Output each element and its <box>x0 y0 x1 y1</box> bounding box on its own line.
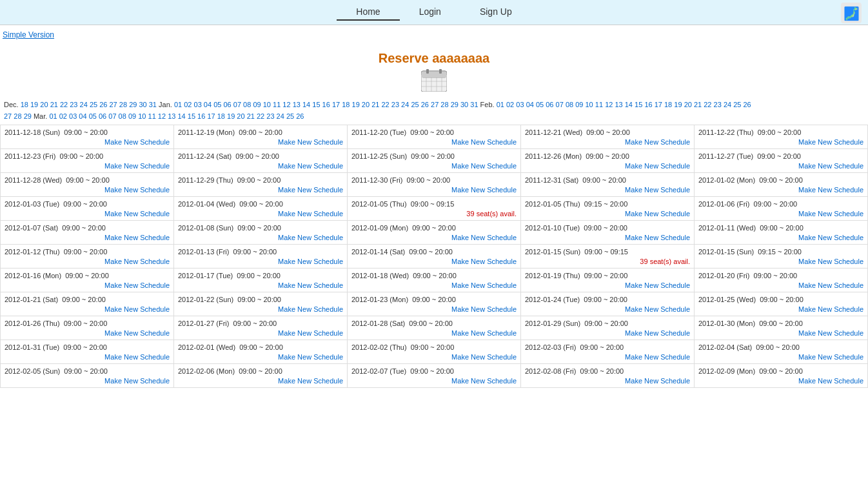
make-new-schedule-link[interactable]: Make New Schedule <box>5 353 170 361</box>
date-link[interactable]: 05 <box>89 112 97 120</box>
date-link[interactable]: 11 <box>148 112 156 120</box>
make-new-schedule-link[interactable]: Make New Schedule <box>698 210 863 218</box>
date-link[interactable]: 27 <box>431 101 439 108</box>
date-link[interactable]: 04 <box>79 112 86 120</box>
make-new-schedule-link[interactable]: Make New Schedule <box>525 377 690 385</box>
date-link[interactable]: 08 <box>566 101 573 108</box>
date-link[interactable]: 17 <box>207 112 215 120</box>
date-link[interactable]: 24 <box>401 101 409 108</box>
date-link[interactable]: 10 <box>263 101 271 108</box>
date-link[interactable]: 25 <box>90 101 97 108</box>
date-link[interactable]: 18 <box>664 101 672 108</box>
make-new-schedule-link[interactable]: Make New Schedule <box>698 305 863 313</box>
date-link[interactable]: 01 <box>497 101 504 108</box>
date-link[interactable]: 19 <box>674 101 682 108</box>
make-new-schedule-link[interactable]: Make New Schedule <box>5 210 170 218</box>
make-new-schedule-link[interactable]: Make New Schedule <box>351 162 517 170</box>
date-link[interactable]: 27 <box>110 101 117 108</box>
make-new-schedule-link[interactable]: Make New Schedule <box>5 186 170 194</box>
nav-signup[interactable]: Sign Up <box>460 4 531 21</box>
make-new-schedule-link[interactable]: Make New Schedule <box>351 305 517 313</box>
nav-home[interactable]: Home <box>337 4 399 21</box>
date-link[interactable]: 20 <box>237 112 244 120</box>
date-link[interactable]: 02 <box>59 112 67 120</box>
make-new-schedule-link[interactable]: Make New Schedule <box>351 138 517 146</box>
date-link[interactable]: 13 <box>293 101 301 108</box>
make-new-schedule-link[interactable]: Make New Schedule <box>5 305 170 313</box>
date-link[interactable]: 27 <box>4 112 12 120</box>
date-link[interactable]: 22 <box>257 112 264 120</box>
make-new-schedule-link[interactable]: Make New Schedule <box>5 162 170 170</box>
date-link[interactable]: 10 <box>586 101 593 108</box>
make-new-schedule-link[interactable]: Make New Schedule <box>351 186 517 194</box>
date-link[interactable]: 26 <box>421 101 429 108</box>
make-new-schedule-link[interactable]: Make New Schedule <box>525 210 690 218</box>
make-new-schedule-link[interactable]: Make New Schedule <box>698 281 863 289</box>
make-new-schedule-link[interactable]: Make New Schedule <box>525 305 690 313</box>
make-new-schedule-link[interactable]: Make New Schedule <box>525 138 690 146</box>
date-link[interactable]: 21 <box>694 101 702 108</box>
date-link[interactable]: 19 <box>352 101 360 108</box>
date-link[interactable]: 13 <box>615 101 622 108</box>
date-link[interactable]: 21 <box>371 101 379 108</box>
make-new-schedule-link[interactable]: Make New Schedule <box>178 162 343 170</box>
make-new-schedule-link[interactable]: Make New Schedule <box>525 281 690 289</box>
date-link[interactable]: 22 <box>704 101 711 108</box>
date-link[interactable]: 15 <box>312 101 320 108</box>
date-link[interactable]: 14 <box>177 112 185 120</box>
date-link[interactable]: 25 <box>411 101 419 108</box>
date-link[interactable]: 07 <box>233 101 241 108</box>
date-link[interactable]: 26 <box>99 101 107 108</box>
make-new-schedule-link[interactable]: Make New Schedule <box>5 281 170 289</box>
date-link[interactable]: 29 <box>129 101 137 108</box>
date-link[interactable]: 23 <box>266 112 274 120</box>
date-link[interactable]: 15 <box>188 112 195 120</box>
make-new-schedule-link[interactable]: Make New Schedule <box>698 162 863 170</box>
date-link[interactable]: 29 <box>24 112 32 120</box>
date-link[interactable]: 10 <box>138 112 146 120</box>
make-new-schedule-link[interactable]: Make New Schedule <box>525 353 690 361</box>
make-new-schedule-link[interactable]: Make New Schedule <box>351 258 517 265</box>
date-link[interactable]: 28 <box>119 101 127 108</box>
date-link[interactable]: 25 <box>733 101 741 108</box>
make-new-schedule-link[interactable]: Make New Schedule <box>5 258 170 265</box>
date-link[interactable]: 14 <box>625 101 633 108</box>
date-link[interactable]: 01 <box>49 112 57 120</box>
make-new-schedule-link[interactable]: Make New Schedule <box>351 329 517 337</box>
make-new-schedule-link[interactable]: Make New Schedule <box>698 138 863 146</box>
make-new-schedule-link[interactable]: Make New Schedule <box>525 234 690 241</box>
make-new-schedule-link[interactable]: Make New Schedule <box>698 377 863 385</box>
date-link[interactable]: 24 <box>80 101 88 108</box>
make-new-schedule-link[interactable]: Make New Schedule <box>178 258 343 265</box>
date-link[interactable]: 31 <box>149 101 157 108</box>
simple-version-link[interactable]: Simple Version <box>0 25 57 45</box>
make-new-schedule-link[interactable]: Make New Schedule <box>698 258 863 265</box>
make-new-schedule-link[interactable]: Make New Schedule <box>178 353 343 361</box>
make-new-schedule-link[interactable]: Make New Schedule <box>525 186 690 194</box>
make-new-schedule-link[interactable]: Make New Schedule <box>178 210 343 218</box>
date-link[interactable]: 26 <box>744 101 751 108</box>
date-link[interactable]: 07 <box>556 101 564 108</box>
make-new-schedule-link[interactable]: Make New Schedule <box>351 234 517 241</box>
date-link[interactable]: 26 <box>296 112 304 120</box>
date-link[interactable]: 11 <box>273 101 281 108</box>
date-link[interactable]: 03 <box>69 112 77 120</box>
make-new-schedule-link[interactable]: Make New Schedule <box>178 138 343 146</box>
make-new-schedule-link[interactable]: Make New Schedule <box>351 377 517 385</box>
make-new-schedule-link[interactable]: Make New Schedule <box>5 138 170 146</box>
make-new-schedule-link[interactable]: Make New Schedule <box>525 162 690 170</box>
date-link[interactable]: 23 <box>70 101 77 108</box>
date-link[interactable]: 21 <box>50 101 58 108</box>
date-link[interactable]: 17 <box>655 101 662 108</box>
date-link[interactable]: 05 <box>536 101 544 108</box>
date-link[interactable]: 06 <box>546 101 553 108</box>
date-link[interactable]: 03 <box>194 101 202 108</box>
date-link[interactable]: 31 <box>470 101 478 108</box>
date-link[interactable]: 12 <box>282 101 290 108</box>
date-link[interactable]: 19 <box>30 101 38 108</box>
date-link[interactable]: 12 <box>158 112 166 120</box>
make-new-schedule-link[interactable]: Make New Schedule <box>698 329 863 337</box>
date-link[interactable]: 24 <box>277 112 284 120</box>
date-link[interactable]: 03 <box>516 101 524 108</box>
date-link[interactable]: 30 <box>139 101 146 108</box>
